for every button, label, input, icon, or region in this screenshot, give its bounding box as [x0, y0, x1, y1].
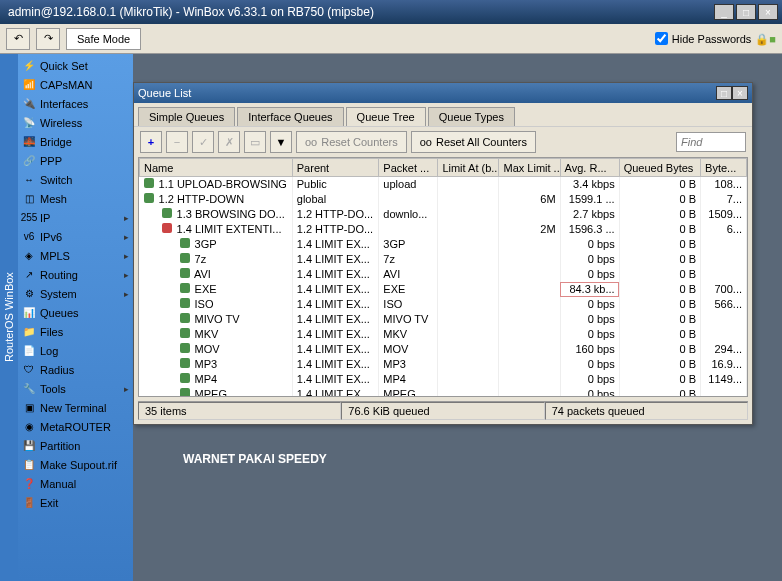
column-header[interactable]: Max Limit ... — [499, 159, 560, 177]
sidebar-icon: 📁 — [22, 325, 36, 339]
main-toolbar: ↶ ↷ Safe Mode Hide Passwords 🔒 ■ — [0, 24, 782, 54]
safe-mode-button[interactable]: Safe Mode — [66, 28, 141, 50]
sidebar-icon: v6 — [22, 230, 36, 244]
queue-icon — [180, 268, 190, 278]
column-header[interactable]: Avg. R... — [560, 159, 619, 177]
sidebar-icon: 🔧 — [22, 382, 36, 396]
sidebar-icon: 255 — [22, 211, 36, 225]
sidebar-item-mesh[interactable]: ◫Mesh — [18, 189, 133, 208]
sidebar-item-radius[interactable]: 🛡Radius — [18, 360, 133, 379]
queue-window-titlebar[interactable]: Queue List □ × — [134, 83, 752, 103]
table-row[interactable]: MIVO TV1.4 LIMIT EX...MIVO TV0 bps0 B — [140, 312, 747, 327]
minimize-button[interactable]: _ — [714, 4, 734, 20]
queue-table[interactable]: NameParentPacket ...Limit At (b...Max Li… — [138, 157, 748, 397]
sidebar-icon: 📡 — [22, 116, 36, 130]
sidebar-item-routing[interactable]: ↗Routing — [18, 265, 133, 284]
find-input[interactable] — [676, 132, 746, 152]
sidebar-item-ipv6[interactable]: v6IPv6 — [18, 227, 133, 246]
sidebar-item-files[interactable]: 📁Files — [18, 322, 133, 341]
filter-button[interactable]: ▼ — [270, 131, 292, 153]
sidebar-item-mpls[interactable]: ◈MPLS — [18, 246, 133, 265]
table-row[interactable]: MP41.4 LIMIT EX...MP40 bps0 B1149... — [140, 372, 747, 387]
sidebar-item-manual[interactable]: ❓Manual — [18, 474, 133, 493]
table-row[interactable]: 3GP1.4 LIMIT EX...3GP0 bps0 B — [140, 237, 747, 252]
queue-restore-button[interactable]: □ — [716, 86, 732, 100]
column-header[interactable]: Packet ... — [379, 159, 438, 177]
table-row[interactable]: AVI1.4 LIMIT EX...AVI0 bps0 B — [140, 267, 747, 282]
tab-simple-queues[interactable]: Simple Queues — [138, 107, 235, 126]
reset-counters-button[interactable]: ooReset Counters — [296, 131, 407, 153]
enable-button[interactable]: ✓ — [192, 131, 214, 153]
sidebar-item-ppp[interactable]: 🔗PPP — [18, 151, 133, 170]
column-header[interactable]: Parent — [292, 159, 379, 177]
column-header[interactable]: Limit At (b... — [438, 159, 499, 177]
sidebar-item-log[interactable]: 📄Log — [18, 341, 133, 360]
reset-all-counters-button[interactable]: ooReset All Counters — [411, 131, 536, 153]
column-header[interactable]: Queued Bytes — [619, 159, 700, 177]
sidebar-item-make-supout.rif[interactable]: 📋Make Supout.rif — [18, 455, 133, 474]
sidebar-item-system[interactable]: ⚙System — [18, 284, 133, 303]
sidebar-item-exit[interactable]: 🚪Exit — [18, 493, 133, 512]
queue-close-button[interactable]: × — [732, 86, 748, 100]
table-row[interactable]: 1.2 HTTP-DOWNglobal6M1599.1 ...0 B7... — [140, 192, 747, 207]
add-button[interactable]: + — [140, 131, 162, 153]
table-row[interactable]: 1.3 BROWSING DO...1.2 HTTP-DO...downlo..… — [140, 207, 747, 222]
maximize-button[interactable]: □ — [736, 4, 756, 20]
lock-icon: 🔒 — [755, 33, 765, 45]
sidebar-icon: ⚡ — [22, 59, 36, 73]
queue-window-title: Queue List — [138, 87, 716, 99]
sidebar-icon: 🌉 — [22, 135, 36, 149]
sidebar-icon: ❓ — [22, 477, 36, 491]
column-header[interactable]: Byte... — [701, 159, 747, 177]
sidebar-item-quick-set[interactable]: ⚡Quick Set — [18, 56, 133, 75]
disable-button[interactable]: ✗ — [218, 131, 240, 153]
table-row[interactable]: 1.1 UPLOAD-BROWSINGPublicupload3.4 kbps0… — [140, 177, 747, 192]
hide-passwords-checkbox[interactable] — [655, 32, 668, 45]
table-row[interactable]: ISO1.4 LIMIT EX...ISO0 bps0 B566... — [140, 297, 747, 312]
sidebar-icon: ◈ — [22, 249, 36, 263]
window-title: admin@192.168.0.1 (MikroTik) - WinBox v6… — [4, 5, 714, 19]
sidebar-item-bridge[interactable]: 🌉Bridge — [18, 132, 133, 151]
sidebar-item-wireless[interactable]: 📡Wireless — [18, 113, 133, 132]
table-row[interactable]: MOV1.4 LIMIT EX...MOV160 bps0 B294... — [140, 342, 747, 357]
queue-icon — [162, 223, 172, 233]
comment-button[interactable]: ▭ — [244, 131, 266, 153]
sidebar-item-switch[interactable]: ↔Switch — [18, 170, 133, 189]
table-row[interactable]: MKV1.4 LIMIT EX...MKV0 bps0 B — [140, 327, 747, 342]
sidebar-item-tools[interactable]: 🔧Tools — [18, 379, 133, 398]
queue-status-bar: 35 items 76.6 KiB queued 74 packets queu… — [138, 401, 748, 420]
undo-button[interactable]: ↶ — [6, 28, 30, 50]
sidebar-icon: ◉ — [22, 420, 36, 434]
queue-icon — [180, 313, 190, 323]
sidebar-item-partition[interactable]: 💾Partition — [18, 436, 133, 455]
sidebar-item-ip[interactable]: 255IP — [18, 208, 133, 227]
status-items: 35 items — [138, 402, 341, 420]
tab-interface-queues[interactable]: Interface Queues — [237, 107, 343, 126]
queue-icon — [180, 358, 190, 368]
sidebar-item-queues[interactable]: 📊Queues — [18, 303, 133, 322]
tab-queue-types[interactable]: Queue Types — [428, 107, 515, 126]
sidebar: ⚡Quick Set📶CAPsMAN🔌Interfaces📡Wireless🌉B… — [18, 54, 133, 581]
tab-queue-tree[interactable]: Queue Tree — [346, 107, 426, 126]
sidebar-item-metarouter[interactable]: ◉MetaROUTER — [18, 417, 133, 436]
table-row[interactable]: 1.4 LIMIT EXTENTI...1.2 HTTP-DO...2M1596… — [140, 222, 747, 237]
sidebar-icon: ↔ — [22, 173, 36, 187]
queue-toolbar: + − ✓ ✗ ▭ ▼ ooReset Counters ooReset All… — [134, 126, 752, 157]
table-row[interactable]: EXE1.4 LIMIT EX...EXE84.3 kb...0 B700... — [140, 282, 747, 297]
sidebar-item-capsman[interactable]: 📶CAPsMAN — [18, 75, 133, 94]
table-row[interactable]: MP31.4 LIMIT EX...MP30 bps0 B16.9... — [140, 357, 747, 372]
sidebar-item-new-terminal[interactable]: ▣New Terminal — [18, 398, 133, 417]
queue-tabs: Simple QueuesInterface QueuesQueue TreeQ… — [134, 103, 752, 126]
redo-button[interactable]: ↷ — [36, 28, 60, 50]
table-row[interactable]: MPEG1.4 LIMIT EX...MPEG0 bps0 B — [140, 387, 747, 398]
close-button[interactable]: × — [758, 4, 778, 20]
column-header[interactable]: Name — [140, 159, 293, 177]
table-row[interactable]: 7z1.4 LIMIT EX...7z0 bps0 B — [140, 252, 747, 267]
sidebar-item-interfaces[interactable]: 🔌Interfaces — [18, 94, 133, 113]
queue-icon — [180, 388, 190, 397]
queue-icon — [180, 328, 190, 338]
remove-button[interactable]: − — [166, 131, 188, 153]
status-queued: 76.6 KiB queued — [341, 402, 544, 420]
sidebar-icon: 📄 — [22, 344, 36, 358]
queue-icon — [180, 253, 190, 263]
